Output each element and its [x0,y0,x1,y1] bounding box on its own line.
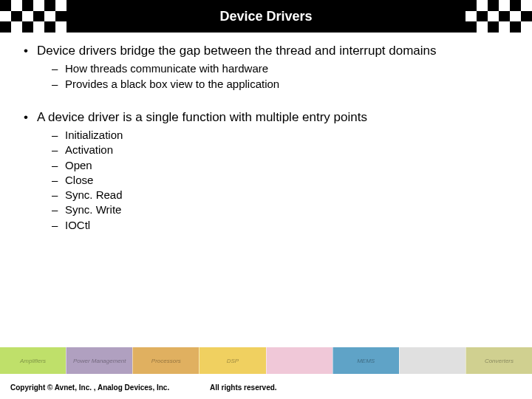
footer-band: Amplifiers Power Management Processors D… [0,347,532,374]
slide-title: Device Drivers [219,9,312,24]
footer-segment-label: Amplifiers [20,358,46,364]
sub-bullet-item: Sync. Write [52,202,510,217]
sub-bullet-item: Close [52,173,510,188]
footer-segment-label: Processors [151,358,181,364]
sub-bullet-list: Initialization Activation Open Close Syn… [52,128,510,233]
footer-band-row: Amplifiers Power Management Processors D… [0,347,532,374]
footer-segment: Amplifiers [0,347,66,374]
footer-segment: Processors [132,347,199,374]
copyright-text: Copyright © Avnet, Inc. , Analog Devices… [10,383,169,392]
bullet-item: Device drivers bridge the gap between th… [22,43,510,92]
bullet-text: Device drivers bridge the gap between th… [37,44,437,58]
footer-segment: Converters [466,347,532,374]
sub-bullet-item: Provides a black box view to the applica… [52,77,510,92]
footer-segment-label: Power Management [73,358,126,364]
checker-right-icon [466,0,532,33]
rights-text: All rights reserved. [210,383,277,392]
footer-segment: MEMS [332,347,399,374]
slide-header: Device Drivers [0,0,532,33]
sub-bullet-item: Open [52,158,510,173]
footer-segment: Power Management [66,347,132,374]
footer-segment-label: Converters [485,358,514,364]
footer-segment-label: DSP [227,358,239,364]
bullet-text: A device driver is a single function wit… [37,110,367,124]
title-bar: Device Drivers [66,0,466,33]
slide: Device Drivers Device drivers bridge the… [0,0,532,399]
sub-bullet-item: Activation [52,143,510,157]
footer-segment [399,347,466,374]
sub-bullet-item: IOCtl [52,218,510,233]
footer-segment [266,347,332,374]
bullet-item: A device driver is a single function wit… [22,109,510,233]
slide-body: Device drivers bridge the gap between th… [0,33,532,233]
checker-left-icon [0,0,66,33]
sub-bullet-list: How threads communicate with hardware Pr… [52,61,510,92]
sub-bullet-item: How threads communicate with hardware [52,61,510,76]
bullet-list: A device driver is a single function wit… [22,109,510,233]
sub-bullet-item: Initialization [52,128,510,143]
sub-bullet-item: Sync. Read [52,188,510,202]
footer-segment: DSP [199,347,265,374]
footer-segment-label: MEMS [357,358,375,364]
bullet-list: Device drivers bridge the gap between th… [22,43,510,92]
